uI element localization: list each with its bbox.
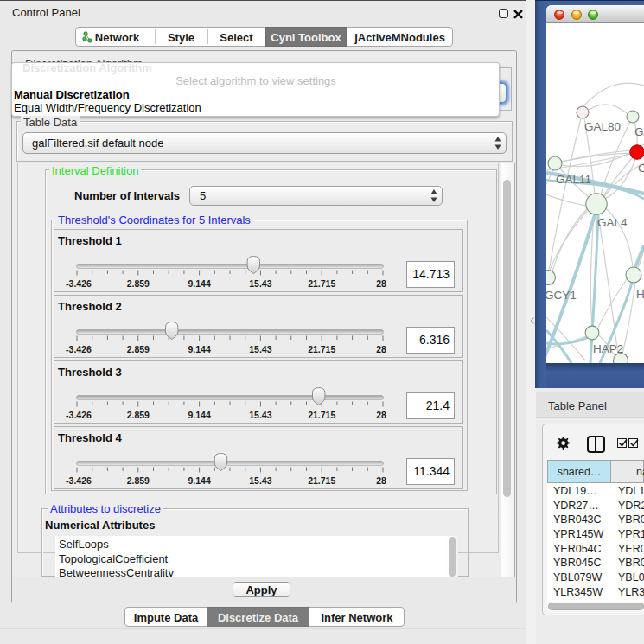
svg-text:2.859: 2.859 — [127, 278, 150, 289]
svg-text:2.859: 2.859 — [127, 410, 150, 420]
svg-text:-3.426: -3.426 — [66, 278, 92, 289]
svg-text:GAL4: GAL4 — [597, 216, 628, 229]
svg-text:28: 28 — [376, 278, 386, 289]
svg-text:CY: CY — [638, 162, 644, 175]
svg-text:HI: HI — [636, 288, 644, 301]
svg-text:15.43: 15.43 — [249, 410, 271, 420]
svg-text:2.859: 2.859 — [127, 344, 150, 354]
svg-text:9.144: 9.144 — [188, 410, 210, 420]
svg-text:9.144: 9.144 — [188, 475, 210, 486]
svg-text:28: 28 — [376, 410, 386, 420]
svg-text:-3.426: -3.426 — [66, 475, 92, 486]
svg-text:9.144: 9.144 — [188, 344, 210, 354]
svg-text:21.715: 21.715 — [308, 278, 335, 289]
svg-text:21.715: 21.715 — [308, 344, 335, 354]
svg-text:-3.426: -3.426 — [66, 410, 92, 420]
svg-text:28: 28 — [376, 475, 386, 486]
svg-text:28: 28 — [376, 344, 386, 354]
svg-text:-3.426: -3.426 — [66, 344, 92, 354]
svg-text:GAL80: GAL80 — [584, 120, 621, 133]
svg-text:9.144: 9.144 — [188, 278, 210, 289]
svg-text:21.715: 21.715 — [308, 475, 335, 486]
svg-text:GA: GA — [634, 125, 644, 138]
svg-text:GAL11: GAL11 — [556, 173, 591, 186]
svg-text:15.43: 15.43 — [249, 278, 271, 289]
svg-text:21.715: 21.715 — [308, 410, 335, 420]
svg-text:HAP2: HAP2 — [593, 342, 623, 355]
svg-text:2.859: 2.859 — [127, 475, 150, 486]
svg-text:15.43: 15.43 — [249, 475, 271, 486]
svg-text:GCY1: GCY1 — [546, 289, 577, 302]
svg-text:15.43: 15.43 — [249, 344, 271, 354]
